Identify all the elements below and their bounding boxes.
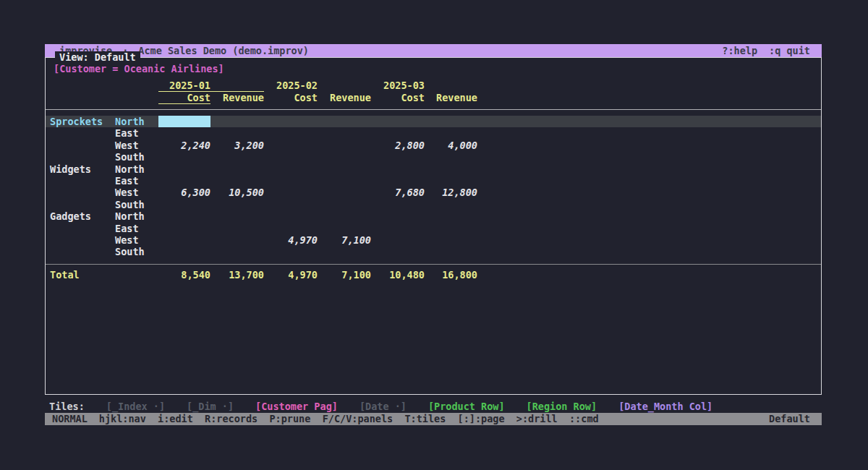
value-cell[interactable]: 10,500: [210, 187, 264, 198]
tile-chip[interactable]: [Date_Month Col]: [618, 400, 712, 413]
value-cell[interactable]: [318, 187, 371, 198]
value-cell[interactable]: [264, 151, 318, 163]
value-cell[interactable]: 2,240: [158, 140, 210, 151]
value-cell[interactable]: [371, 246, 425, 257]
value-cell[interactable]: [371, 234, 425, 246]
value-cell[interactable]: [371, 210, 425, 222]
value-cell[interactable]: [158, 246, 210, 257]
value-cell[interactable]: [425, 223, 477, 234]
measure-header[interactable]: Revenue: [210, 92, 264, 104]
value-cell[interactable]: [318, 246, 371, 257]
value-cell[interactable]: [264, 246, 318, 257]
value-cell[interactable]: [425, 127, 477, 139]
value-cell[interactable]: 2,800: [371, 140, 425, 151]
month-column-header[interactable]: 2025-03: [371, 80, 477, 92]
value-cell[interactable]: 4,000: [425, 140, 477, 151]
tile-chip[interactable]: [_Index ·]: [106, 400, 165, 413]
value-cell[interactable]: [210, 199, 264, 210]
value-cell[interactable]: [210, 234, 264, 246]
value-cell[interactable]: [371, 151, 425, 163]
value-cell[interactable]: [158, 210, 210, 222]
value-cell[interactable]: [318, 223, 371, 234]
value-cell[interactable]: [425, 175, 477, 187]
value-cell[interactable]: [264, 127, 318, 139]
tile-chip[interactable]: [Region Row]: [527, 401, 597, 412]
month-column-header[interactable]: 2025-01: [158, 80, 264, 92]
value-cell[interactable]: [318, 127, 371, 139]
value-cell[interactable]: [425, 199, 477, 210]
tile-chip[interactable]: [Customer Pag]: [255, 400, 338, 413]
value-cell[interactable]: [318, 140, 371, 151]
value-cell[interactable]: 4,970: [264, 234, 318, 246]
month-column-header[interactable]: 2025-02: [264, 80, 371, 92]
value-cell[interactable]: [210, 175, 264, 187]
value-cell[interactable]: [371, 116, 425, 127]
value-cell[interactable]: [318, 199, 371, 210]
table-row[interactable]: South: [46, 199, 821, 210]
value-cell[interactable]: [318, 163, 371, 175]
value-cell[interactable]: 3,200: [210, 140, 264, 151]
value-cell[interactable]: [264, 116, 318, 127]
value-cell[interactable]: [158, 127, 210, 139]
value-cell[interactable]: [210, 210, 264, 222]
value-cell[interactable]: [425, 234, 477, 246]
value-cell[interactable]: [371, 127, 425, 139]
table-row[interactable]: West2,2403,2002,8004,000: [46, 140, 821, 151]
table-row[interactable]: East: [46, 175, 821, 187]
table-row[interactable]: West6,30010,5007,68012,800: [46, 187, 821, 198]
value-cell[interactable]: [318, 116, 371, 127]
value-cell[interactable]: [264, 175, 318, 187]
value-cell[interactable]: [318, 151, 371, 163]
value-cell[interactable]: [158, 223, 210, 234]
value-cell[interactable]: [210, 223, 264, 234]
table-row[interactable]: WidgetsNorth: [46, 163, 821, 175]
value-cell[interactable]: [371, 163, 425, 175]
value-cell[interactable]: [264, 187, 318, 198]
value-cell[interactable]: [158, 175, 210, 187]
value-cell[interactable]: [318, 175, 371, 187]
measure-header[interactable]: Cost: [158, 92, 210, 104]
value-cell[interactable]: [264, 210, 318, 222]
value-cell[interactable]: 6,300: [158, 187, 210, 198]
value-cell[interactable]: [158, 163, 210, 175]
table-row[interactable]: West4,9707,100: [46, 234, 821, 246]
table-row[interactable]: GadgetsNorth: [46, 210, 821, 222]
value-cell[interactable]: [425, 151, 477, 163]
value-cell[interactable]: [371, 199, 425, 210]
value-cell[interactable]: [210, 163, 264, 175]
value-cell[interactable]: 12,800: [425, 187, 477, 198]
value-cell[interactable]: [158, 151, 210, 163]
table-row[interactable]: South: [46, 151, 821, 163]
value-cell[interactable]: [425, 246, 477, 257]
value-cell[interactable]: [158, 199, 210, 210]
measure-header[interactable]: Cost: [264, 92, 318, 104]
value-cell[interactable]: [210, 151, 264, 163]
tile-chip[interactable]: [_Dim ·]: [187, 400, 234, 413]
tile-chip[interactable]: [Product Row]: [428, 401, 505, 412]
measure-header[interactable]: Cost: [371, 92, 425, 104]
table-row[interactable]: South: [46, 246, 821, 257]
table-row[interactable]: East: [46, 127, 821, 139]
value-cell[interactable]: [425, 116, 477, 127]
value-cell[interactable]: 7,680: [371, 187, 425, 198]
value-cell[interactable]: [371, 223, 425, 234]
measure-header[interactable]: Revenue: [318, 92, 371, 104]
value-cell[interactable]: [210, 116, 264, 127]
measure-header[interactable]: Revenue: [425, 92, 477, 104]
selected-cell[interactable]: [158, 116, 210, 127]
value-cell[interactable]: [158, 234, 210, 246]
table-row[interactable]: East: [46, 223, 821, 234]
table-row[interactable]: SprocketsNorth: [46, 116, 821, 127]
value-cell[interactable]: [210, 127, 264, 139]
value-cell[interactable]: [425, 210, 477, 222]
value-cell[interactable]: [264, 140, 318, 151]
value-cell[interactable]: 7,100: [318, 234, 371, 246]
tile-chip[interactable]: [Date ·]: [359, 400, 407, 413]
value-cell[interactable]: [425, 163, 477, 175]
value-cell[interactable]: [264, 163, 318, 175]
value-cell[interactable]: [371, 175, 425, 187]
value-cell[interactable]: [264, 223, 318, 234]
value-cell[interactable]: [264, 199, 318, 210]
value-cell[interactable]: [318, 210, 371, 222]
value-cell[interactable]: [210, 246, 264, 257]
